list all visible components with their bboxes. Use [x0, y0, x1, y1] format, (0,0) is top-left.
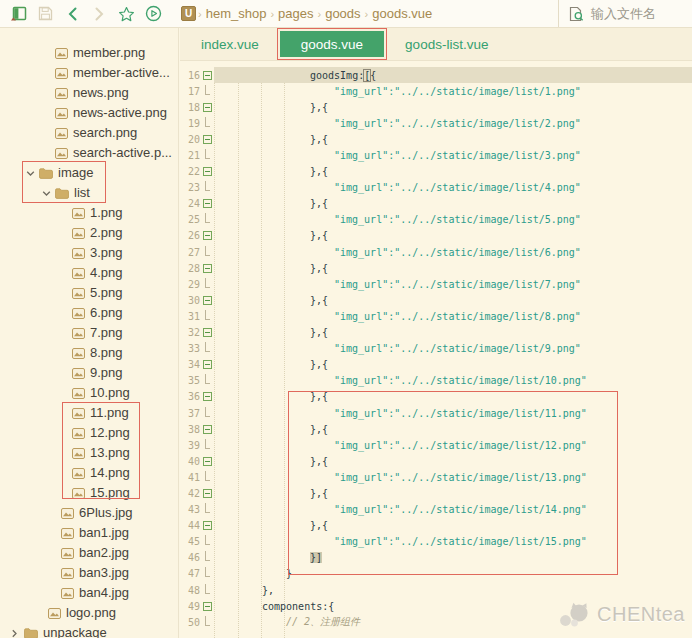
tab-goods.vue[interactable]: goods.vue	[280, 31, 384, 57]
tree-item-search.png[interactable]: search.png	[0, 123, 178, 143]
code-line-23[interactable]: 23"img_url":"../../static/image/list/4.p…	[180, 180, 692, 196]
tree-item-ban1.jpg[interactable]: ban1.jpg	[0, 523, 178, 543]
code-line-21[interactable]: 21"img_url":"../../static/image/list/3.p…	[180, 147, 692, 163]
fold-marker-icon[interactable]	[200, 457, 214, 466]
code-line-25[interactable]: 25"img_url":"../../static/image/list/5.p…	[180, 212, 692, 228]
tree-item-8.png[interactable]: 8.png	[0, 343, 178, 363]
code-line-42[interactable]: 42},{	[180, 485, 692, 501]
tree-item-7.png[interactable]: 7.png	[0, 323, 178, 343]
code-line-36[interactable]: 36},{	[180, 389, 692, 405]
fold-marker-icon[interactable]	[200, 199, 214, 208]
token-st: "img_url":"../../static/image/list/5.png…	[334, 214, 581, 225]
tab-goods-list.vue[interactable]: goods-list.vue	[384, 31, 509, 57]
fold-marker-icon[interactable]	[200, 328, 214, 337]
tree-item-member.png[interactable]: member.png	[0, 43, 178, 63]
fold-marker-icon[interactable]	[200, 103, 214, 112]
code-line-35[interactable]: 35"img_url":"../../static/image/list/10.…	[180, 373, 692, 389]
tree-item-14.png[interactable]: 14.png	[0, 463, 178, 483]
run-icon[interactable]	[140, 2, 167, 26]
code-line-33[interactable]: 33"img_url":"../../static/image/list/9.p…	[180, 341, 692, 357]
tree-item-list[interactable]: list	[0, 183, 178, 203]
code-line-37[interactable]: 37"img_url":"../../static/image/list/11.…	[180, 405, 692, 421]
tree-item-member-active...[interactable]: member-active...	[0, 63, 178, 83]
fold-marker-icon[interactable]	[200, 231, 214, 240]
code-line-34[interactable]: 34},{	[180, 357, 692, 373]
search-input[interactable]: 输入文件名	[558, 0, 692, 27]
tree-item-9.png[interactable]: 9.png	[0, 363, 178, 383]
toggle-project-panel-icon[interactable]	[5, 2, 32, 26]
tree-item-13.png[interactable]: 13.png	[0, 443, 178, 463]
code-line-46[interactable]: 46}]	[180, 550, 692, 566]
code-line-26[interactable]: 26},{	[180, 228, 692, 244]
code-line-30[interactable]: 30},{	[180, 292, 692, 308]
tree-item-news-active.png[interactable]: news-active.png	[0, 103, 178, 123]
tree-item-6.png[interactable]: 6.png	[0, 303, 178, 323]
tree-item-ban3.jpg[interactable]: ban3.jpg	[0, 563, 178, 583]
tree-item-unpackage[interactable]: unpackage	[0, 623, 178, 638]
tree-item-10.png[interactable]: 10.png	[0, 383, 178, 403]
tree-item-news.png[interactable]: news.png	[0, 83, 178, 103]
forward-icon[interactable]	[86, 2, 113, 26]
code-area[interactable]: 16goodsImg:[{17"img_url":"../../static/i…	[180, 61, 692, 638]
tree-item-5.png[interactable]: 5.png	[0, 283, 178, 303]
code-line-32[interactable]: 32},{	[180, 325, 692, 341]
tree-item-11.png[interactable]: 11.png	[0, 403, 178, 423]
code-line-20[interactable]: 20},{	[180, 131, 692, 147]
fold-marker-icon[interactable]	[200, 360, 214, 369]
code-line-39[interactable]: 39"img_url":"../../static/image/list/12.…	[180, 437, 692, 453]
fold-marker-icon[interactable]	[200, 135, 214, 144]
tree-item-search-active.p...[interactable]: search-active.p...	[0, 143, 178, 163]
tree-item-ban4.jpg[interactable]: ban4.jpg	[0, 583, 178, 603]
code-line-16[interactable]: 16goodsImg:[{	[180, 67, 692, 83]
code-line-22[interactable]: 22},{	[180, 164, 692, 180]
fold-marker-icon[interactable]	[200, 489, 214, 498]
fold-marker-icon[interactable]	[200, 425, 214, 434]
tree-item-6Plus.jpg[interactable]: 6Plus.jpg	[0, 503, 178, 523]
tree-item-ban2.jpg[interactable]: ban2.jpg	[0, 543, 178, 563]
breadcrumb-item[interactable]: pages	[278, 6, 313, 21]
tree-item-4.png[interactable]: 4.png	[0, 263, 178, 283]
code-line-41[interactable]: 41"img_url":"../../static/image/list/13.…	[180, 469, 692, 485]
code-line-44[interactable]: 44},{	[180, 518, 692, 534]
tree-item-logo.png[interactable]: logo.png	[0, 603, 178, 623]
fold-marker-icon[interactable]	[200, 167, 214, 176]
breadcrumb-item[interactable]: goods	[325, 6, 360, 21]
save-icon[interactable]	[32, 2, 59, 26]
tree-item-12.png[interactable]: 12.png	[0, 423, 178, 443]
code-line-24[interactable]: 24},{	[180, 196, 692, 212]
chevron-right-icon[interactable]	[11, 629, 24, 638]
tab-index.vue[interactable]: index.vue	[180, 31, 280, 57]
fold-marker-icon[interactable]	[200, 521, 214, 530]
breadcrumb-item[interactable]: goods.vue	[372, 6, 432, 21]
token-st: "img_url":"../../static/image/list/15.pn…	[334, 536, 587, 547]
code-line-19[interactable]: 19"img_url":"../../static/image/list/2.p…	[180, 115, 692, 131]
fold-marker-icon[interactable]	[200, 392, 214, 401]
code-line-27[interactable]: 27"img_url":"../../static/image/list/6.p…	[180, 244, 692, 260]
code-line-28[interactable]: 28},{	[180, 260, 692, 276]
chevron-down-icon[interactable]	[26, 170, 39, 177]
code-line-45[interactable]: 45"img_url":"../../static/image/list/15.…	[180, 534, 692, 550]
code-line-29[interactable]: 29"img_url":"../../static/image/list/7.p…	[180, 276, 692, 292]
chevron-down-icon[interactable]	[42, 190, 55, 197]
tree-item-2.png[interactable]: 2.png	[0, 223, 178, 243]
fold-marker-icon[interactable]	[200, 296, 214, 305]
fold-marker-icon[interactable]	[200, 264, 214, 273]
tree-item-1.png[interactable]: 1.png	[0, 203, 178, 223]
fold-marker-icon[interactable]	[200, 602, 214, 611]
token-st: "img_url":"../../static/image/list/8.png…	[334, 311, 581, 322]
breadcrumb-item[interactable]: hem_shop	[206, 6, 267, 21]
tree-item-3.png[interactable]: 3.png	[0, 243, 178, 263]
tree-item-image[interactable]: image	[0, 163, 178, 183]
favorite-star-icon[interactable]	[113, 2, 140, 26]
code-line-43[interactable]: 43"img_url":"../../static/image/list/14.…	[180, 502, 692, 518]
tree-item-15.png[interactable]: 15.png	[0, 483, 178, 503]
code-line-47[interactable]: 47}	[180, 566, 692, 582]
code-line-40[interactable]: 40},{	[180, 453, 692, 469]
back-icon[interactable]	[59, 2, 86, 26]
code-line-31[interactable]: 31"img_url":"../../static/image/list/8.p…	[180, 308, 692, 324]
code-line-18[interactable]: 18},{	[180, 99, 692, 115]
code-line-17[interactable]: 17"img_url":"../../static/image/list/1.p…	[180, 83, 692, 99]
fold-marker-icon[interactable]	[200, 71, 214, 80]
code-line-38[interactable]: 38},{	[180, 421, 692, 437]
code-line-48[interactable]: 48},	[180, 582, 692, 598]
